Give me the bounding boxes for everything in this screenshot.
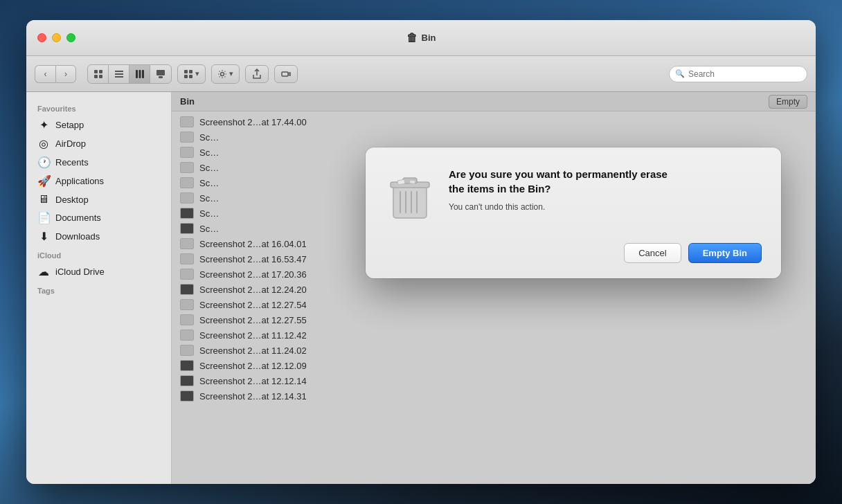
- close-button[interactable]: [37, 33, 46, 42]
- search-icon: 🔍: [675, 69, 685, 78]
- setapp-icon: ✦: [37, 118, 50, 132]
- svg-rect-11: [159, 76, 163, 78]
- window-title: Bin: [422, 33, 436, 43]
- svg-rect-15: [189, 75, 192, 78]
- sidebar-item-label-documents: Documents: [55, 213, 101, 223]
- sidebar-item-label-recents: Recents: [55, 157, 89, 168]
- group-sort-btn[interactable]: ▾: [178, 65, 205, 83]
- modal-body: Are you sure you want to permanently era…: [385, 167, 762, 229]
- svg-rect-17: [282, 72, 288, 76]
- sidebar-item-label-desktop: Desktop: [55, 195, 89, 205]
- svg-rect-25: [397, 179, 405, 185]
- group-sort-group: ▾: [177, 64, 206, 84]
- view-column-btn[interactable]: [129, 65, 150, 83]
- finder-window: 🗑 Bin ‹ ›: [26, 20, 816, 484]
- title-bar: 🗑 Bin: [26, 20, 816, 56]
- sidebar-item-icloud-drive[interactable]: ☁ iCloud Drive: [26, 262, 171, 281]
- view-list-btn[interactable]: [109, 65, 129, 83]
- sidebar-item-label-applications: Applications: [55, 176, 104, 186]
- documents-icon: 📄: [37, 211, 50, 224]
- sidebar-item-label-setapp: Setapp: [55, 120, 84, 130]
- svg-rect-5: [115, 73, 123, 75]
- share-button[interactable]: [245, 65, 269, 83]
- tags-section-title: Tags: [26, 281, 171, 298]
- icloud-section-title: iCloud: [26, 246, 171, 262]
- svg-rect-12: [184, 70, 188, 73]
- modal-text: Are you sure you want to permanently era…: [449, 167, 762, 213]
- sidebar-item-label-icloud: iCloud Drive: [55, 267, 105, 277]
- toolbar: ‹ ›: [26, 56, 816, 92]
- sidebar-item-desktop[interactable]: 🖥 Desktop: [26, 190, 171, 208]
- airdrop-icon: ◎: [37, 137, 50, 150]
- empty-bin-button[interactable]: Empty Bin: [688, 243, 762, 263]
- view-options: [87, 64, 172, 84]
- svg-point-16: [221, 72, 224, 75]
- svg-rect-10: [156, 70, 165, 75]
- title-trash-icon: 🗑: [406, 32, 418, 44]
- group-sort-chevron: ▾: [195, 69, 199, 78]
- svg-rect-18: [393, 186, 427, 218]
- tag-button[interactable]: [274, 65, 298, 83]
- modal-overlay: Are you sure you want to permanently era…: [172, 92, 816, 484]
- svg-rect-6: [115, 76, 123, 78]
- icloud-icon: ☁: [37, 265, 50, 278]
- search-input[interactable]: [688, 69, 801, 79]
- window-title-group: 🗑 Bin: [406, 32, 436, 44]
- maximize-button[interactable]: [66, 33, 75, 42]
- svg-rect-3: [99, 75, 102, 78]
- modal-subtitle: You can't undo this action.: [449, 201, 762, 213]
- settings-btn[interactable]: ▾: [212, 65, 239, 83]
- modal-trash-icon: [385, 167, 435, 229]
- svg-rect-7: [136, 70, 138, 78]
- favourites-section-title: Favourites: [26, 99, 171, 116]
- svg-rect-13: [184, 75, 188, 78]
- settings-chevron: ▾: [229, 69, 233, 78]
- sidebar-item-downloads[interactable]: ⬇ Downloads: [26, 227, 171, 246]
- applications-icon: 🚀: [37, 174, 50, 188]
- view-icon-btn[interactable]: [88, 65, 109, 83]
- back-button[interactable]: ‹: [35, 65, 55, 83]
- svg-rect-14: [189, 70, 192, 73]
- svg-rect-0: [94, 70, 98, 73]
- sidebar-item-recents[interactable]: 🕐 Recents: [26, 153, 171, 172]
- search-bar[interactable]: 🔍: [669, 66, 807, 82]
- empty-bin-dialog: Are you sure you want to permanently era…: [366, 147, 781, 278]
- sidebar-item-airdrop[interactable]: ◎ AirDrop: [26, 134, 171, 153]
- svg-rect-9: [142, 70, 144, 78]
- svg-rect-8: [138, 70, 141, 78]
- recents-icon: 🕐: [37, 156, 50, 169]
- sidebar-item-setapp[interactable]: ✦ Setapp: [26, 116, 171, 134]
- main-content: Favourites ✦ Setapp ◎ AirDrop 🕐 Recents …: [26, 92, 816, 484]
- svg-rect-2: [94, 75, 98, 78]
- svg-rect-4: [115, 71, 123, 72]
- sidebar-item-applications[interactable]: 🚀 Applications: [26, 172, 171, 190]
- downloads-icon: ⬇: [37, 230, 50, 243]
- settings-group: ▾: [211, 64, 240, 84]
- sidebar-item-label-airdrop: AirDrop: [55, 138, 86, 149]
- forward-button[interactable]: ›: [55, 65, 76, 83]
- svg-rect-1: [99, 70, 102, 73]
- minimize-button[interactable]: [52, 33, 61, 42]
- sidebar-item-documents[interactable]: 📄 Documents: [26, 208, 171, 227]
- modal-buttons: Cancel Empty Bin: [385, 243, 762, 263]
- view-gallery-btn[interactable]: [150, 65, 171, 83]
- svg-rect-26: [410, 180, 415, 184]
- sidebar: Favourites ✦ Setapp ◎ AirDrop 🕐 Recents …: [26, 92, 172, 484]
- cancel-button[interactable]: Cancel: [624, 243, 681, 263]
- traffic-lights: [37, 33, 75, 42]
- modal-title: Are you sure you want to permanently era…: [449, 167, 762, 196]
- nav-buttons: ‹ ›: [35, 65, 76, 83]
- desktop-icon: 🖥: [37, 193, 50, 206]
- sidebar-item-label-downloads: Downloads: [55, 231, 100, 242]
- file-area: Bin Empty Screenshot 2…at 17.44.00 Sc… S…: [172, 92, 816, 484]
